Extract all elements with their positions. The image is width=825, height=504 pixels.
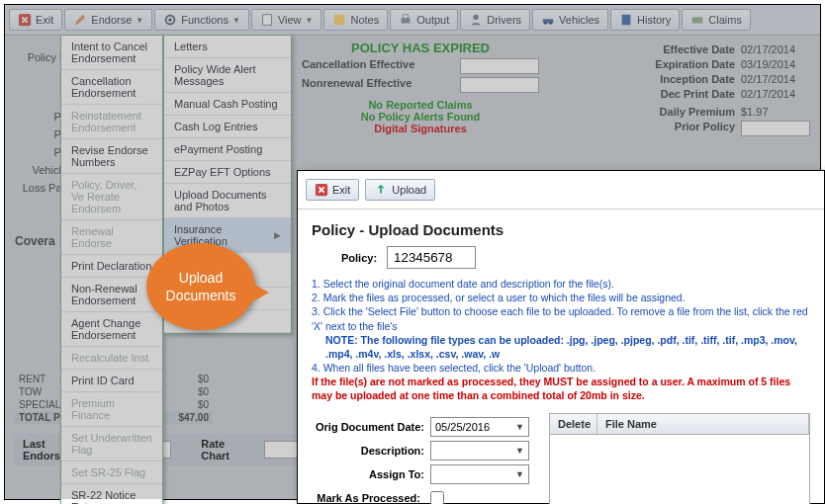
exit-button[interactable]: Exit	[9, 9, 62, 31]
daily-premium-label: Daily Premium	[660, 106, 735, 118]
svg-point-7	[474, 15, 479, 20]
instructions: 1. Select the original document date and…	[312, 277, 810, 403]
vehicles-button[interactable]: Vehicles	[532, 9, 608, 31]
mark-processed-checkbox[interactable]	[430, 491, 444, 504]
no-alerts-text: No Policy Alerts Found	[302, 111, 539, 123]
book-icon	[619, 13, 633, 27]
orig-date-label: Orig Document Date:	[316, 421, 424, 433]
orig-date-select[interactable]: 05/25/2016 ▼	[430, 417, 529, 437]
expiration-date-value: 03/19/2014	[741, 58, 810, 70]
upload-form: Orig Document Date: 05/25/2016 ▼ Descrip…	[312, 413, 810, 504]
chevron-down-icon: ▼	[306, 16, 314, 25]
output-button[interactable]: Output	[390, 9, 458, 31]
assign-to-label: Assign To:	[369, 468, 424, 480]
effective-date-value: 02/17/2014	[741, 43, 810, 55]
functions-menu-item[interactable]: Cash Log Entries	[164, 116, 291, 138]
svg-rect-3	[263, 15, 272, 26]
instruction-3a: 3. Click the 'Select File' button to cho…	[312, 304, 810, 332]
functions-menu-item[interactable]: Upload Documents and Photos	[164, 184, 291, 218]
dialog-title: Policy - Upload Documents	[312, 221, 810, 238]
endorse-button[interactable]: Endorse ▼	[64, 9, 152, 31]
svg-rect-11	[622, 15, 631, 26]
se-value: $0	[198, 399, 209, 410]
vehicle-label: Vehicle	[13, 164, 67, 176]
svg-point-10	[549, 22, 552, 25]
file-table-header: Delete File Name	[550, 414, 809, 435]
main-toolbar: Exit Endorse ▼ Functions ▼ View ▼ Notes …	[5, 5, 820, 36]
endorse-menu-item[interactable]: Agent Change Endorsement	[61, 312, 162, 347]
instruction-warning: If the file(s) are not marked as process…	[312, 375, 810, 402]
file-table: Delete File Name	[549, 413, 810, 504]
dialog-upload-button[interactable]: Upload	[365, 179, 435, 201]
endorse-menu-item[interactable]: Revise Endorse Numbers	[61, 139, 162, 174]
endorse-menu-item: Set Underwritten Flag	[61, 427, 162, 462]
cancel-eff-field[interactable]	[460, 58, 539, 74]
mark-processed-label: Mark As Processed:	[312, 492, 420, 504]
endorse-menu-item: Premium Finance	[61, 392, 162, 427]
a-label: A	[13, 69, 67, 81]
tow-label: TOW	[19, 386, 42, 397]
endorse-menu-item[interactable]: SR-22 Notice Entry	[61, 484, 162, 504]
notes-button[interactable]: Notes	[323, 9, 388, 31]
claims-button[interactable]: Claims	[682, 9, 751, 31]
endorse-menu-item[interactable]: Intent to Cancel Endorsement	[61, 36, 162, 70]
chevron-down-icon: ▼	[136, 16, 143, 25]
expiration-date-label: Expiration Date	[655, 58, 735, 70]
dialog-body: Policy - Upload Documents Policy: 1. Sel…	[298, 210, 824, 504]
vehicles-label: Vehicles	[559, 14, 599, 26]
endorse-menu-item: Policy, Driver, Ve Rerate Endorsem	[61, 174, 162, 220]
policy-label: Policy:	[341, 252, 377, 264]
decprint-date-value: 02/17/2014	[741, 88, 810, 100]
page-icon	[260, 13, 274, 27]
coverage-header: Covera	[15, 234, 55, 248]
prior-policy-field[interactable]	[741, 121, 810, 136]
callout-bubble: Upload Documents	[146, 243, 255, 330]
instruction-3b: NOTE: The following file types can be up…	[325, 333, 810, 361]
history-button[interactable]: History	[610, 9, 680, 31]
policy-expired-banner: POLICY HAS EXPIRED	[302, 41, 539, 55]
upload-documents-dialog: Exit Upload Policy - Upload Documents Po…	[297, 170, 825, 504]
prior-policy-label: Prior Policy	[675, 121, 735, 136]
endorse-menu-item[interactable]: Cancellation Endorsement	[61, 70, 162, 105]
svg-rect-4	[334, 15, 345, 26]
inception-date-label: Inception Date	[660, 73, 735, 85]
endorse-menu-item[interactable]: Print ID Card	[61, 370, 162, 392]
svg-rect-6	[404, 15, 409, 19]
functions-menu-item[interactable]: EZPay EFT Options	[164, 161, 291, 184]
gear-icon	[163, 13, 177, 27]
policy-input[interactable]	[387, 246, 476, 269]
exit-label: Exit	[36, 14, 53, 26]
functions-menu-item[interactable]: Manual Cash Posting	[164, 93, 291, 116]
dialog-exit-button[interactable]: Exit	[306, 179, 359, 201]
policy-label: Policy N	[13, 51, 67, 63]
decprint-date-label: Dec Print Date	[661, 88, 735, 100]
policy-id-row: Policy:	[312, 246, 810, 269]
functions-menu-item[interactable]: Policy Wide Alert Messages	[164, 58, 291, 93]
col-delete: Delete	[550, 414, 597, 434]
chevron-down-icon: ▼	[515, 446, 524, 456]
nonrenew-eff-field[interactable]	[460, 77, 539, 93]
ph-label-2: Ph	[13, 128, 67, 140]
chevron-down-icon: ▼	[232, 16, 240, 25]
endorse-label: Endorse	[91, 14, 132, 26]
policy-dates-panel: Effective Date02/17/2014 Expiration Date…	[655, 41, 810, 139]
car-icon	[541, 13, 555, 27]
view-button[interactable]: View ▼	[251, 9, 322, 31]
dialog-toolbar: Exit Upload	[298, 171, 824, 210]
svg-point-9	[544, 22, 547, 25]
cancel-eff-label: Cancellation Effective	[302, 58, 414, 74]
rent-label: RENT	[19, 374, 46, 384]
functions-menu-item[interactable]: ePayment Posting	[164, 138, 291, 161]
callout-text: Upload Documents	[146, 269, 255, 304]
endorse-menu-item: Renewal Endorse	[61, 220, 162, 255]
col-filename: File Name	[597, 414, 809, 434]
drivers-button[interactable]: Drivers	[460, 9, 530, 31]
functions-menu-item[interactable]: Letters	[164, 36, 291, 58]
functions-button[interactable]: Functions ▼	[154, 9, 249, 31]
assign-to-select[interactable]: ▼	[430, 464, 529, 484]
description-select[interactable]: ▼	[430, 441, 529, 461]
losspay-label: Loss Pay	[13, 182, 67, 194]
effective-date-label: Effective Date	[663, 43, 735, 55]
upload-icon	[374, 183, 388, 197]
file-table-body	[550, 435, 809, 504]
